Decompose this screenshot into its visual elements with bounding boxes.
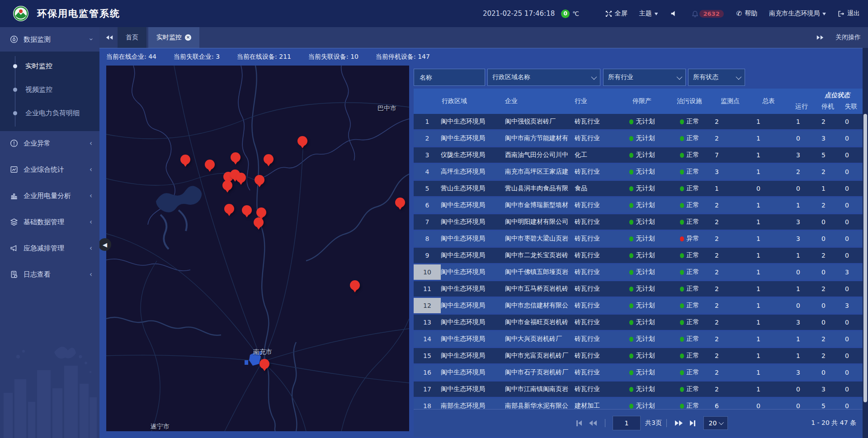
map-pin-icon[interactable]	[222, 180, 232, 190]
cell-monitor-count: 2	[710, 248, 750, 263]
table-row[interactable]: 14 阆中生态环境局 阆中大兴页岩机砖厂 砖瓦行业 无计划 正常 2 1 1 2…	[414, 331, 863, 347]
sidebar-group-应急减排管理[interactable]: 应急减排管理 ‹	[0, 236, 99, 260]
sidebar-group-企业综合统计[interactable]: 企业综合统计 ‹	[0, 157, 99, 182]
map-pin-icon[interactable]	[297, 136, 307, 146]
map-pin-icon[interactable]	[231, 152, 241, 162]
page-size-select[interactable]: 20	[703, 416, 728, 430]
map-pin-icon[interactable]	[256, 207, 266, 217]
table-row[interactable]: 17 阆中生态环境局 阆中市江南镇阆南页岩 砖瓦行业 无计划 正常 2 1 0 …	[414, 381, 863, 397]
industry-select[interactable]: 所有行业	[603, 69, 686, 86]
cell-industry: 砖瓦行业	[574, 365, 615, 380]
cell-total-meter: 1	[750, 315, 787, 330]
cell-run-count: 0	[787, 298, 816, 313]
name-search-input[interactable]	[419, 73, 480, 81]
sidebar-group-数据监测[interactable]: 数据监测 ‹	[0, 27, 99, 52]
org-label: 南充市生态环境局	[769, 9, 820, 18]
map-base-layer	[106, 66, 409, 431]
last-page-button[interactable]	[690, 420, 695, 426]
table-row[interactable]: 8 阆中生态环境局 阆中市枣碧大梁山页岩 砖瓦行业 无计划 异常 2 1 3 0…	[414, 231, 863, 246]
table-row[interactable]: 5 营山生态环境局 营山县润丰肉食品有限 食品 无计划 正常 1 0 0 1 0	[414, 181, 863, 196]
tab-realtime-monitor[interactable]: 实时监控 ✕	[148, 27, 199, 48]
map-pin-icon[interactable]	[236, 173, 246, 183]
map-pin-icon[interactable]	[255, 175, 264, 185]
cell-halt-count: 3	[816, 381, 840, 397]
table-body: 1 阆中生态环境局 阆中强锐页岩砖厂 砖瓦行业 无计划 正常 2 1 1 2 0…	[414, 114, 863, 409]
cell-halt-count: 2	[816, 164, 840, 179]
cell-industry: 砖瓦行业	[574, 331, 615, 347]
double-right-arrow-icon	[817, 35, 820, 40]
cell-total-meter: 1	[750, 264, 787, 280]
map-pin-icon[interactable]	[224, 204, 234, 214]
speaker-button[interactable]	[670, 10, 676, 17]
table-row[interactable]: 16 阆中生态环境局 阆中市石子页岩机砖厂 砖瓦行业 无计划 正常 2 1 3 …	[414, 365, 863, 380]
column-header-industry: 行业	[574, 89, 615, 114]
table-row[interactable]: 2 阆中生态环境局 阆中市南方节能建材有 砖瓦行业 无计划 正常 2 1 0 3…	[414, 131, 863, 146]
cell-enterprise: 南充市高坪区王家店建	[504, 164, 574, 179]
table-row[interactable]: 6 阆中生态环境局 阆中市金博瑞新型墙材 砖瓦行业 无计划 正常 2 1 1 2…	[414, 198, 863, 213]
cell-stop-plan: 无计划	[615, 214, 669, 230]
logout-label: 退出	[847, 9, 860, 18]
sidebar-group-日志查看[interactable]: 日志查看 ‹	[0, 262, 99, 287]
table-row[interactable]: 7 阆中生态环境局 阆中明阳建材有限公司 砖瓦行业 无计划 正常 2 1 3 0…	[414, 214, 863, 230]
vertical-scrollbar[interactable]	[863, 27, 868, 438]
tabs-scroll-right-button[interactable]	[816, 35, 824, 40]
tabs-scroll-left-button[interactable]	[106, 35, 113, 40]
table-row[interactable]: 18 南部生态环境局 南部县新华水泥有限公 建材加工 无计划 正常 6 0 0 …	[414, 398, 863, 409]
table-row[interactable]: 3 仪陇生态环境局 西南油气田分公司川中 化工 无计划 正常 7 1 3 5 0	[414, 147, 863, 163]
table-row[interactable]: 13 阆中生态环境局 阆中市金福旺页岩机砖 砖瓦行业 无计划 正常 2 1 3 …	[414, 315, 863, 330]
main-content: 巴中市南充市遂宁市 ◀ 行政区域名称 所有行业 所有状态 行政区域 企业 行业 …	[99, 66, 868, 438]
sidebar-group-企业异常[interactable]: 企业异常 ‹	[0, 131, 99, 155]
table-row[interactable]: 9 阆中生态环境局 阆中市二龙长宝页岩砖 砖瓦行业 无计划 正常 2 1 1 2…	[414, 248, 863, 263]
sidebar-item-实时监控[interactable]: 实时监控	[0, 54, 99, 78]
map-pin-icon[interactable]	[180, 155, 190, 165]
region-select[interactable]: 行政区域名称	[487, 69, 600, 86]
cell-facility-status: 正常	[669, 331, 710, 347]
sidebar-item-视频监控[interactable]: 视频监控	[0, 78, 99, 101]
table-row[interactable]: 4 高坪生态环境局 南充市高坪区王家店建 砖瓦行业 无计划 正常 3 1 2 2…	[414, 164, 863, 179]
map-pin-icon[interactable]	[254, 217, 264, 227]
index-column-header	[414, 89, 441, 114]
cell-halt-count: 2	[816, 248, 840, 263]
org-dropdown[interactable]: 南充市生态环境局 ▼	[769, 9, 826, 18]
table-row[interactable]: 15 阆中生态环境局 阆中市光富页岩机砖厂 砖瓦行业 无计划 正常 2 1 1 …	[414, 348, 863, 363]
theme-dropdown[interactable]: 主题 ▼	[639, 9, 658, 18]
fullscreen-label: 全屏	[615, 9, 627, 18]
table-row[interactable]: 11 阆中生态环境局 阆中市五马桥页岩机砖 砖瓦行业 无计划 正常 2 1 1 …	[414, 281, 863, 297]
sidebar-group-企业用电量分析[interactable]: 企业用电量分析 ‹	[0, 184, 99, 208]
sidebar-group-基础数据管理[interactable]: 基础数据管理 ‹	[0, 210, 99, 234]
cell-total-meter: 1	[750, 131, 787, 146]
table-row[interactable]: 12 阆中生态环境局 阆中市忠信建材有限公 砖瓦行业 无计划 正常 2 1 0 …	[414, 298, 863, 313]
cell-monitor-count: 2	[710, 131, 750, 146]
close-operations-button[interactable]: 关闭操作	[835, 33, 861, 42]
page-number-input[interactable]	[613, 416, 641, 430]
tab-home[interactable]: 首页	[118, 27, 146, 48]
logout-button[interactable]: 退出	[838, 9, 860, 18]
help-button[interactable]: ✆ 帮助	[736, 9, 758, 18]
status-select[interactable]: 所有状态	[688, 69, 745, 86]
map-pin-icon[interactable]	[395, 198, 405, 207]
cell-facility-status: 正常	[669, 114, 710, 129]
next-page-button[interactable]	[675, 420, 683, 426]
cell-lost-count: 0	[840, 214, 863, 230]
map-pin-icon[interactable]	[350, 280, 360, 290]
table-row[interactable]: 1 阆中生态环境局 阆中强锐页岩砖厂 砖瓦行业 无计划 正常 2 1 1 2 0	[414, 114, 863, 129]
map-pin-icon[interactable]	[259, 359, 269, 369]
sidebar-collapse-handle[interactable]: ◀	[99, 238, 111, 251]
map-pin-icon[interactable]	[264, 154, 274, 164]
tab-close-icon[interactable]: ✕	[185, 34, 191, 41]
prev-page-button[interactable]	[589, 420, 597, 426]
sidebar-item-企业电力负荷明细[interactable]: 企业电力负荷明细	[0, 101, 99, 125]
map-pin-icon[interactable]	[205, 160, 215, 170]
scrollbar-thumb[interactable]	[863, 114, 867, 402]
map-pin-icon[interactable]	[242, 205, 252, 215]
fullscreen-button[interactable]: 全屏	[605, 9, 627, 18]
row-index: 6	[414, 198, 441, 213]
stat-label: 当前失联企业:	[174, 53, 214, 60]
cell-halt-count: 3	[816, 131, 840, 146]
map-panel[interactable]: 巴中市南充市遂宁市	[106, 66, 409, 431]
first-page-button[interactable]	[576, 420, 582, 426]
cell-run-count: 1	[787, 331, 816, 347]
notification-area[interactable]: 2632	[692, 10, 724, 18]
cell-stop-plan: 无计划	[615, 147, 669, 163]
table-row[interactable]: 10 阆中生态环境局 阆中千佛镇五郎垭页岩 砖瓦行业 无计划 正常 2 1 0 …	[414, 264, 863, 280]
